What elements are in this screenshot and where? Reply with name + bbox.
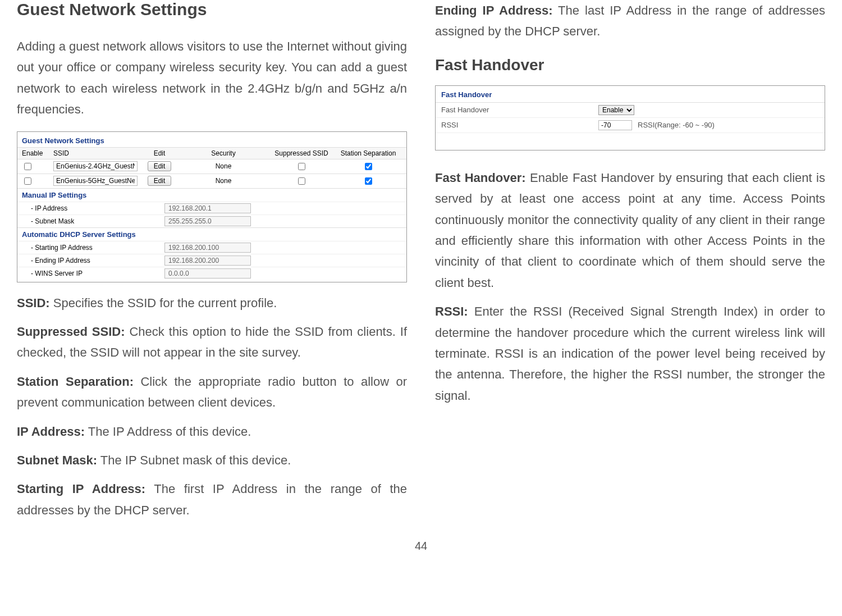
rssi-row: RSSI RSSI(Range: -60 ~ -90) <box>436 118 825 133</box>
wins-value: 0.0.0.0 <box>164 268 251 279</box>
col-suppressed: Suppressed SSID <box>271 149 332 157</box>
start-value: 192.168.200.100 <box>164 243 251 253</box>
def-suppressed: Suppressed SSID: Check this option to hi… <box>17 321 407 363</box>
table-row: Edit None <box>17 174 406 188</box>
panel-title: Guest Network Settings <box>17 132 406 147</box>
ssid-input[interactable] <box>53 176 138 186</box>
def-text: Enable Fast Handover by ensuring that ea… <box>435 171 825 290</box>
manual-ip-title: Manual IP Settings <box>17 188 406 202</box>
def-text: Specifies the SSID for the current profi… <box>50 296 277 310</box>
rssi-input[interactable] <box>598 120 632 130</box>
term: Subnet Mask: <box>17 453 97 467</box>
def-fast: Fast Handover: Enable Fast Handover by e… <box>435 167 825 293</box>
def-station: Station Separation: Click the appropriat… <box>17 371 407 413</box>
ending-ip-field: - Ending IP Address 192.168.200.200 <box>17 254 406 267</box>
edit-button[interactable]: Edit <box>148 161 172 171</box>
term: IP Address: <box>17 425 85 439</box>
dhcp-title: Automatic DHCP Server Settings <box>17 227 406 241</box>
def-rssi: RSSI: Enter the RSSI (Received Signal St… <box>435 301 825 406</box>
fast-handover-title: Fast Handover <box>435 56 825 74</box>
security-value: None <box>179 162 268 170</box>
def-ending: Ending IP Address: The last IP Address i… <box>435 0 825 42</box>
panel-title: Fast Handover <box>436 86 825 103</box>
term: RSSI: <box>435 304 468 318</box>
def-mask: Subnet Mask: The IP Subnet mask of this … <box>17 450 407 471</box>
wins-label: - WINS Server IP <box>31 270 164 277</box>
mask-value: 255.255.255.0 <box>164 216 251 226</box>
col-ssid: SSID <box>53 149 140 157</box>
suppressed-checkbox[interactable] <box>298 163 305 170</box>
separation-checkbox[interactable] <box>365 163 372 170</box>
mask-label: - Subnet Mask <box>31 217 164 225</box>
subnet-mask-field: - Subnet Mask 255.255.255.0 <box>17 215 406 227</box>
security-value: None <box>179 177 268 185</box>
fh-label: Fast Handover <box>441 106 598 114</box>
def-text: The IP Address of this device. <box>85 425 251 439</box>
end-value: 192.168.200.200 <box>164 255 251 266</box>
separation-checkbox[interactable] <box>365 177 372 185</box>
ip-label: - IP Address <box>31 204 164 212</box>
enable-checkbox[interactable] <box>24 177 31 185</box>
guest-network-screenshot: Guest Network Settings Enable SSID Edit … <box>17 131 407 282</box>
term: Starting IP Address: <box>17 482 145 496</box>
intro-paragraph: Adding a guest network allows visitors t… <box>17 36 407 120</box>
term: Ending IP Address: <box>435 3 552 17</box>
suppressed-checkbox[interactable] <box>298 177 305 185</box>
right-column: Ending IP Address: The last IP Address i… <box>435 0 825 528</box>
table-row: Edit None <box>17 159 406 174</box>
term: Fast Handover: <box>435 171 526 185</box>
def-text: Enter the RSSI (Received Signal Strength… <box>435 304 825 403</box>
ssid-input[interactable] <box>53 161 138 171</box>
ip-address-field: - IP Address 192.168.200.1 <box>17 202 406 215</box>
page-title: Guest Network Settings <box>17 0 407 19</box>
def-start: Starting IP Address: The first IP Addres… <box>17 478 407 521</box>
wins-ip-field: - WINS Server IP 0.0.0.0 <box>17 267 406 282</box>
ip-value: 192.168.200.1 <box>164 203 251 213</box>
table-header: Enable SSID Edit Security Suppressed SSI… <box>17 147 406 159</box>
col-separation: Station Separation <box>335 149 402 157</box>
term: SSID: <box>17 296 50 310</box>
col-edit: Edit <box>143 149 176 157</box>
def-ip: IP Address: The IP Address of this devic… <box>17 421 407 442</box>
fast-handover-select[interactable]: Enable <box>598 105 634 115</box>
enable-checkbox[interactable] <box>24 163 31 170</box>
term: Station Separation: <box>17 375 134 389</box>
def-ssid: SSID: Specifies the SSID for the current… <box>17 293 407 313</box>
rssi-label: RSSI <box>441 121 598 129</box>
page-number: 44 <box>0 540 842 553</box>
left-column: Guest Network Settings Adding a guest ne… <box>17 0 407 528</box>
col-security: Security <box>179 149 268 157</box>
start-label: - Starting IP Address <box>31 244 164 252</box>
fast-handover-row: Fast Handover Enable <box>436 103 825 118</box>
term: Suppressed SSID: <box>17 325 125 339</box>
end-label: - Ending IP Address <box>31 257 164 264</box>
col-enable: Enable <box>22 149 51 157</box>
rssi-hint: RSSI(Range: -60 ~ -90) <box>638 121 715 129</box>
edit-button[interactable]: Edit <box>148 176 172 186</box>
def-text: The IP Subnet mask of this device. <box>97 453 291 467</box>
fast-handover-screenshot: Fast Handover Fast Handover Enable RSSI … <box>435 85 825 150</box>
starting-ip-field: - Starting IP Address 192.168.200.100 <box>17 241 406 254</box>
